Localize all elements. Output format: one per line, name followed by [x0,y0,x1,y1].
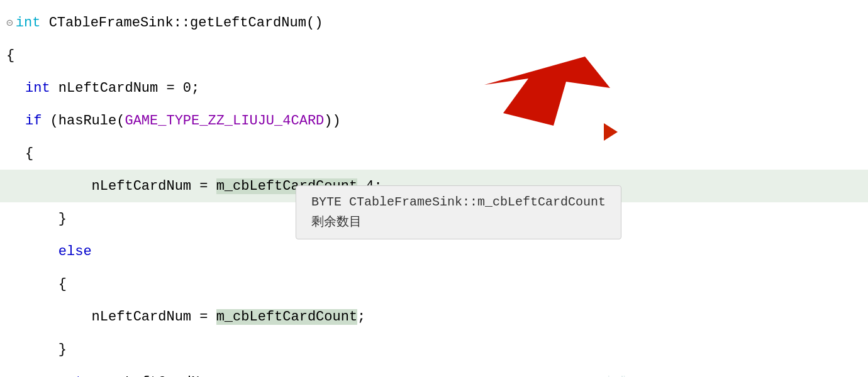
code-editor: ⊝int CTableFrameSink::getLeftCardNum() {… [0,0,868,377]
code-line-11: } [0,333,868,366]
code-kw-return: return [25,374,116,378]
code-assign-left: nLeftCardNum = [25,178,216,194]
code-return-val: nLeftCardNum; [116,374,225,378]
code-line-5: { [0,137,868,170]
code-keyword-int: int [16,15,49,31]
collapse-icon[interactable]: ⊝ [6,16,13,30]
code-if-close: )) [324,113,340,129]
code-block-close-2: } [25,342,67,358]
code-line-8: else [0,235,868,268]
code-member-var-2: m_cbLeftCardCount [216,309,357,325]
code-line-10: nLeftCardNum = m_cbLeftCardCount; [0,300,868,333]
code-line-4: if (hasRule(GAME_TYPE_ZZ_LIUJU_4CARD)) [0,104,868,137]
code-line-9: { [0,268,868,300]
code-function-name: CTableFrameSink::getLeftCardNum() [49,15,323,31]
tooltip-popup: yuxinolive.com BYTE CTableFrameSink::m_c… [296,185,621,239]
code-block-open-2: { [25,276,67,292]
code-brace-open: { [6,48,14,63]
code-line-1: ⊝int CTableFrameSink::getLeftCardNum() [0,6,868,39]
code-kw-if: if [25,113,50,129]
code-line-3: int nLeftCardNum = 0; [0,72,868,104]
tooltip-description: 剩余数目 [311,213,606,230]
code-block-open: { [25,146,33,161]
code-block-close-1: } [25,211,67,227]
tooltip-type-info: BYTE CTableFrameSink::m_cbLeftCardCount [311,195,606,209]
code-assign-left-2: nLeftCardNum = [25,309,216,325]
code-if-open: (hasRule( [50,113,125,129]
code-kw-int: int [25,80,58,96]
code-line-2: { [0,39,868,72]
code-line-12: return nLeftCardNum; [0,366,868,377]
triangle-right-icon [604,123,618,141]
code-semicolon: ; [357,309,365,325]
code-constant: GAME_TYPE_ZZ_LIUJU_4CARD [125,113,324,129]
code-var-init: nLeftCardNum = 0; [58,80,199,96]
code-kw-else: else [25,244,92,260]
